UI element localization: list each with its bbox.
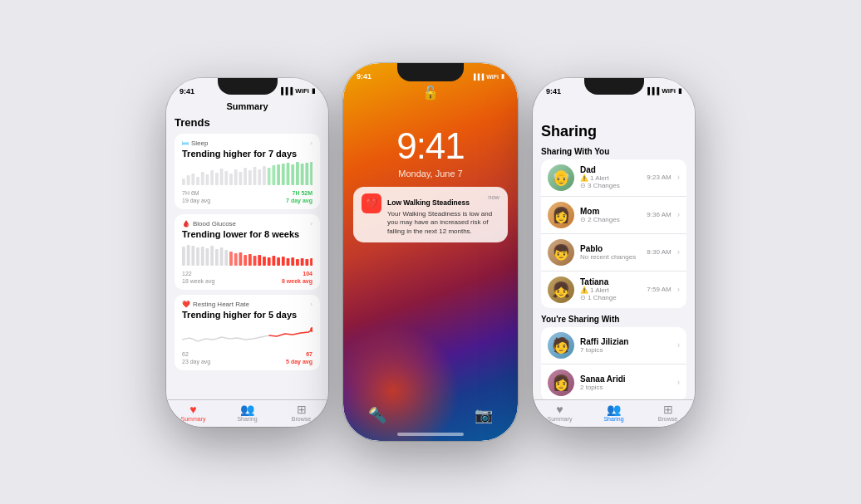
sleep-label-left: 🛏 Sleep bbox=[182, 139, 208, 147]
notif-body: Your Walking Steadiness is low and you m… bbox=[387, 210, 499, 236]
dad-time: 9:23 AM bbox=[647, 174, 671, 181]
pablo-name: Pablo bbox=[580, 244, 641, 253]
svg-rect-29 bbox=[187, 245, 190, 266]
svg-rect-5 bbox=[206, 174, 209, 185]
screen-right: 9:41 ▐▐▐ WiFi ▮ Sharing Sharing With You… bbox=[533, 78, 695, 427]
tab-sharing-left[interactable]: 👥 Sharing bbox=[220, 404, 274, 422]
svg-rect-9 bbox=[224, 171, 228, 185]
notification-card: ❤️ Low Walking Steadiness now Your Walki… bbox=[353, 187, 508, 242]
dad-chevron: › bbox=[677, 173, 680, 182]
svg-rect-16 bbox=[258, 169, 261, 185]
sleep-chart bbox=[182, 162, 312, 185]
status-time-center: 9:41 bbox=[357, 72, 371, 81]
svg-rect-38 bbox=[229, 252, 233, 266]
flashlight-icon: 🔦 bbox=[368, 406, 386, 424]
svg-rect-15 bbox=[253, 167, 257, 185]
home-indicator-center bbox=[397, 433, 464, 436]
svg-rect-3 bbox=[196, 177, 199, 185]
svg-rect-13 bbox=[244, 168, 247, 185]
tab-summary-right[interactable]: ♥ Summary bbox=[533, 404, 587, 422]
svg-rect-42 bbox=[248, 254, 252, 266]
blood-icon: 🩸 bbox=[182, 220, 190, 228]
blood-period-labels: 18 week avg 8 week avg bbox=[182, 278, 312, 284]
sharing-item-tatiana[interactable]: 👧 Tatiana ⚠️ 1 Alert ⊙ 1 Change bbox=[541, 272, 686, 308]
camera-icon: 📷 bbox=[475, 406, 493, 424]
blood-chart-labels: 122 104 bbox=[182, 271, 312, 276]
svg-rect-8 bbox=[220, 169, 224, 185]
avatar-tatiana: 👧 bbox=[548, 276, 574, 303]
tab-browse-right[interactable]: ⊞ Browse bbox=[641, 404, 695, 422]
svg-rect-50 bbox=[287, 258, 290, 266]
wifi-icon: WiFi bbox=[295, 87, 309, 95]
sharing-item-sanaa[interactable]: 👩 Sanaa Aridi 2 topics › bbox=[541, 365, 686, 399]
svg-rect-55 bbox=[310, 258, 312, 266]
signal-icon: ▐▐▐ bbox=[278, 87, 293, 95]
sharing-tab-icon-right: 👥 bbox=[607, 404, 621, 415]
blood-label-left: 🩸 Blood Glucose bbox=[182, 220, 236, 228]
summary-tab-icon-right: ♥ bbox=[556, 404, 563, 415]
browse-tab-label-left: Browse bbox=[292, 416, 311, 422]
mom-changes-icon: ⊙ bbox=[580, 216, 586, 223]
lock-screen: 9:41 ▐▐▐ WiFi ▮ 🔓 9:41 Monday, June 7 ❤️… bbox=[343, 63, 518, 441]
status-icons-center: ▐▐▐ WiFi ▮ bbox=[471, 73, 504, 80]
tatiana-alert-row: ⚠️ 1 Alert bbox=[580, 286, 641, 294]
dad-name: Dad bbox=[580, 165, 641, 174]
sleep-label-row: 🛏 Sleep › bbox=[182, 139, 312, 147]
dad-sub: ⚠️ 1 Alert bbox=[580, 174, 641, 182]
tatiana-changes-icon: ⊙ bbox=[580, 294, 586, 301]
lock-date: Monday, June 7 bbox=[343, 169, 518, 179]
heart-icon: ❤️ bbox=[182, 301, 190, 308]
wifi-icon-center: WiFi bbox=[486, 74, 499, 80]
blood-label-row: 🩸 Blood Glucose › bbox=[182, 220, 312, 228]
avatar-dad: 👴 bbox=[548, 164, 574, 191]
screen-center: 9:41 ▐▐▐ WiFi ▮ 🔓 9:41 Monday, June 7 ❤️… bbox=[343, 63, 518, 441]
heart-label-left: ❤️ Resting Heart Rate bbox=[182, 301, 249, 308]
tatiana-alert: 1 Alert bbox=[590, 286, 609, 294]
svg-rect-48 bbox=[277, 257, 280, 266]
svg-rect-1 bbox=[187, 175, 190, 185]
raffi-sub: 7 topics bbox=[580, 346, 672, 354]
blood-label: Blood Glucose bbox=[193, 220, 236, 228]
svg-rect-18 bbox=[268, 168, 271, 185]
blood-chart bbox=[182, 242, 312, 266]
svg-rect-11 bbox=[234, 169, 238, 185]
mom-sub: ⊙ 2 Changes bbox=[580, 216, 641, 223]
tab-browse-left[interactable]: ⊞ Browse bbox=[274, 404, 328, 422]
heart-label-row: ❤️ Resting Heart Rate › bbox=[182, 301, 312, 308]
trends-title: Trends bbox=[175, 116, 320, 129]
blood-card: 🩸 Blood Glucose › Trending lower for 8 w… bbox=[175, 214, 320, 290]
blood-right-period: 8 week avg bbox=[282, 278, 312, 284]
svg-rect-4 bbox=[201, 172, 204, 185]
blood-recent-val: 104 bbox=[303, 271, 312, 276]
sanaa-chevron: › bbox=[677, 378, 680, 387]
tab-summary-left[interactable]: ♥ Summary bbox=[166, 404, 220, 422]
heart-chart-labels: 62 67 bbox=[182, 351, 312, 357]
sharing-tab-icon-left: 👥 bbox=[240, 404, 254, 415]
summary-tab-label-right: Summary bbox=[548, 416, 573, 422]
sharing-item-dad[interactable]: 👴 Dad ⚠️ 1 Alert ⊙ 3 Changes bbox=[541, 159, 686, 197]
notch-right bbox=[584, 78, 644, 95]
svg-rect-34 bbox=[210, 246, 214, 266]
tatiana-time: 7:59 AM bbox=[647, 286, 671, 293]
svg-rect-31 bbox=[196, 247, 199, 266]
sharing-item-raffi[interactable]: 🧑 Raffi Jilizian 7 topics › bbox=[541, 327, 686, 365]
tab-sharing-right[interactable]: 👥 Sharing bbox=[587, 404, 641, 422]
sharing-item-pablo[interactable]: 👦 Pablo No recent changes 8:30 AM › bbox=[541, 234, 686, 272]
sleep-chevron: › bbox=[310, 139, 312, 147]
lockscreen-background bbox=[343, 63, 518, 441]
mom-info: Mom ⊙ 2 Changes bbox=[580, 207, 641, 223]
notif-title: Low Walking Steadiness bbox=[387, 198, 470, 207]
pablo-sub: No recent changes bbox=[580, 253, 641, 261]
lock-bottom-controls: 🔦 📷 bbox=[343, 406, 518, 424]
tab-bar-right: ♥ Summary 👥 Sharing ⊞ Browse bbox=[533, 399, 695, 427]
notch-center bbox=[397, 63, 464, 81]
sleep-period-labels: 19 day avg 7 day avg bbox=[182, 198, 312, 203]
sharing-item-mom[interactable]: 👩 Mom ⊙ 2 Changes 9:36 AM › bbox=[541, 197, 686, 234]
svg-rect-36 bbox=[220, 247, 224, 266]
svg-rect-21 bbox=[282, 164, 285, 185]
sharing-tab-label-right: Sharing bbox=[603, 416, 623, 422]
heart-left-period: 23 day avg bbox=[182, 359, 210, 365]
svg-rect-28 bbox=[182, 247, 185, 266]
dad-changes: ⊙ 3 Changes bbox=[580, 182, 641, 189]
screen-left: 9:41 ▐▐▐ WiFi ▮ Summary Trends 🛏 Sleep bbox=[166, 78, 328, 427]
